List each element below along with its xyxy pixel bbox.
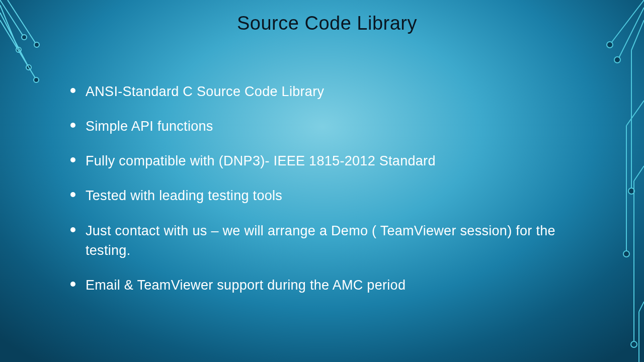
bullet-item: Email & TeamViewer support during the AM… [70,276,584,295]
bullet-item: ANSI-Standard C Source Code Library [70,82,584,102]
slide-title: Source Code Library [70,13,584,34]
bullet-item: Just contact with us – we will arrange a… [70,221,584,260]
bullet-item: Fully compatible with (DNP3)- IEEE 1815-… [70,151,584,171]
bullet-item: Simple API functions [70,117,584,136]
slide-container: Source Code Library ANSI-Standard C Sour… [0,0,644,362]
bullet-item: Tested with leading testing tools [70,186,584,206]
bullet-list: ANSI-Standard C Source Code Library Simp… [70,82,584,295]
